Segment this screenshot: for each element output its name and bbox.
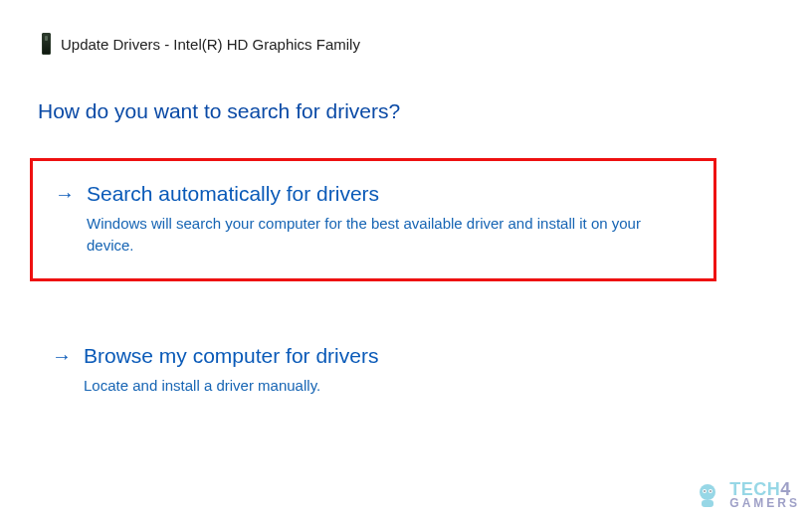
watermark-gamers: GAMERS [729, 496, 800, 510]
svg-point-0 [700, 484, 715, 500]
option-title: Search automatically for drivers [87, 181, 688, 207]
option-title: Browse my computer for drivers [84, 343, 378, 369]
device-tower-icon [42, 33, 51, 55]
dialog-header: Update Drivers - Intel(R) HD Graphics Fa… [0, 0, 812, 55]
arrow-right-icon: → [52, 343, 72, 369]
option-description: Locate and install a driver manually. [84, 369, 378, 397]
dialog-title: Update Drivers - Intel(R) HD Graphics Fa… [61, 36, 360, 53]
svg-point-3 [704, 490, 706, 492]
svg-rect-5 [702, 500, 713, 507]
watermark-tech4: TECH4 [729, 482, 800, 496]
mascot-icon [692, 480, 723, 512]
watermark-logo: TECH4 GAMERS [692, 480, 800, 512]
option-search-automatically[interactable]: → Search automatically for drivers Windo… [30, 158, 716, 281]
option-description: Windows will search your computer for th… [87, 207, 688, 257]
options-list: → Search automatically for drivers Windo… [0, 123, 812, 419]
option-browse-computer[interactable]: → Browse my computer for drivers Locate … [30, 323, 716, 419]
prompt-heading: How do you want to search for drivers? [0, 55, 812, 123]
svg-point-4 [710, 490, 711, 492]
arrow-right-icon: → [55, 181, 75, 207]
